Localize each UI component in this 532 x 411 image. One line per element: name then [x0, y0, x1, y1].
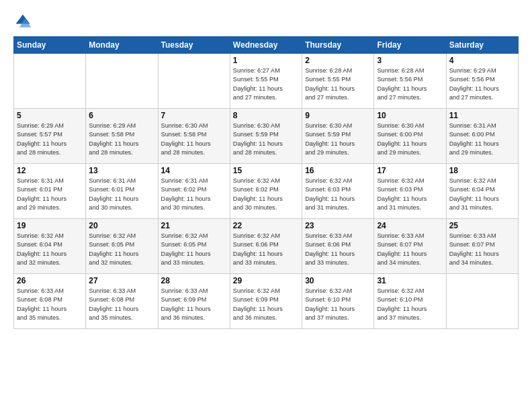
day-info: Sunrise: 6:32 AM Sunset: 6:04 PM Dayligh…	[449, 177, 515, 212]
day-number: 14	[161, 166, 227, 175]
calendar-cell: 26Sunrise: 6:33 AM Sunset: 6:08 PM Dayli…	[14, 274, 86, 329]
day-info: Sunrise: 6:30 AM Sunset: 5:58 PM Dayligh…	[161, 122, 227, 157]
day-info: Sunrise: 6:33 AM Sunset: 6:08 PM Dayligh…	[89, 287, 154, 322]
calendar-cell: 29Sunrise: 6:32 AM Sunset: 6:09 PM Dayli…	[230, 274, 302, 329]
day-number: 19	[17, 221, 83, 230]
day-number: 26	[17, 276, 83, 285]
day-info: Sunrise: 6:33 AM Sunset: 6:07 PM Dayligh…	[377, 232, 443, 267]
day-number: 4	[449, 56, 515, 65]
day-info: Sunrise: 6:29 AM Sunset: 5:58 PM Dayligh…	[89, 122, 154, 157]
calendar-cell: 2Sunrise: 6:28 AM Sunset: 5:55 PM Daylig…	[302, 54, 374, 109]
day-info: Sunrise: 6:31 AM Sunset: 6:02 PM Dayligh…	[161, 177, 227, 212]
day-number: 6	[89, 111, 154, 120]
calendar-cell: 17Sunrise: 6:32 AM Sunset: 6:03 PM Dayli…	[374, 164, 446, 219]
day-number: 29	[233, 276, 299, 285]
calendar-cell	[14, 54, 86, 109]
weekday-header: Sunday	[14, 37, 86, 54]
calendar-cell: 7Sunrise: 6:30 AM Sunset: 5:58 PM Daylig…	[158, 109, 230, 164]
day-info: Sunrise: 6:29 AM Sunset: 5:57 PM Dayligh…	[17, 122, 83, 157]
day-number: 22	[233, 221, 299, 230]
calendar-cell: 9Sunrise: 6:30 AM Sunset: 5:59 PM Daylig…	[302, 109, 374, 164]
calendar-week-row: 26Sunrise: 6:33 AM Sunset: 6:08 PM Dayli…	[14, 274, 519, 329]
day-info: Sunrise: 6:29 AM Sunset: 5:56 PM Dayligh…	[449, 66, 515, 102]
day-number: 17	[377, 166, 443, 175]
day-number: 18	[449, 166, 515, 175]
calendar-cell	[86, 54, 158, 109]
day-info: Sunrise: 6:32 AM Sunset: 6:10 PM Dayligh…	[305, 287, 371, 322]
calendar-cell: 30Sunrise: 6:32 AM Sunset: 6:10 PM Dayli…	[302, 274, 374, 329]
calendar-cell: 6Sunrise: 6:29 AM Sunset: 5:58 PM Daylig…	[86, 109, 158, 164]
day-number: 13	[89, 166, 154, 175]
day-number: 31	[377, 276, 443, 285]
weekday-header: Thursday	[302, 37, 374, 54]
day-number: 23	[305, 221, 371, 230]
logo	[13, 12, 35, 31]
calendar-week-row: 12Sunrise: 6:31 AM Sunset: 6:01 PM Dayli…	[14, 164, 519, 219]
day-info: Sunrise: 6:33 AM Sunset: 6:08 PM Dayligh…	[17, 287, 83, 322]
calendar-cell: 23Sunrise: 6:33 AM Sunset: 6:06 PM Dayli…	[302, 219, 374, 274]
day-number: 25	[449, 221, 515, 230]
day-info: Sunrise: 6:32 AM Sunset: 6:04 PM Dayligh…	[17, 232, 83, 267]
calendar-week-row: 19Sunrise: 6:32 AM Sunset: 6:04 PM Dayli…	[14, 219, 519, 274]
day-info: Sunrise: 6:32 AM Sunset: 6:05 PM Dayligh…	[89, 232, 154, 267]
day-info: Sunrise: 6:33 AM Sunset: 6:06 PM Dayligh…	[305, 232, 371, 267]
day-info: Sunrise: 6:30 AM Sunset: 6:00 PM Dayligh…	[377, 122, 443, 157]
weekday-header: Tuesday	[158, 37, 230, 54]
calendar-cell: 20Sunrise: 6:32 AM Sunset: 6:05 PM Dayli…	[86, 219, 158, 274]
calendar-table: SundayMondayTuesdayWednesdayThursdayFrid…	[13, 36, 519, 329]
calendar-cell: 25Sunrise: 6:33 AM Sunset: 6:07 PM Dayli…	[446, 219, 518, 274]
day-number: 11	[449, 111, 515, 120]
calendar-cell: 24Sunrise: 6:33 AM Sunset: 6:07 PM Dayli…	[374, 219, 446, 274]
day-info: Sunrise: 6:33 AM Sunset: 6:07 PM Dayligh…	[449, 232, 515, 267]
day-number: 1	[233, 56, 299, 65]
day-info: Sunrise: 6:30 AM Sunset: 5:59 PM Dayligh…	[305, 122, 371, 157]
day-number: 5	[17, 111, 83, 120]
calendar-cell: 14Sunrise: 6:31 AM Sunset: 6:02 PM Dayli…	[158, 164, 230, 219]
calendar-header-row: SundayMondayTuesdayWednesdayThursdayFrid…	[14, 37, 519, 54]
calendar-cell: 27Sunrise: 6:33 AM Sunset: 6:08 PM Dayli…	[86, 274, 158, 329]
day-info: Sunrise: 6:32 AM Sunset: 6:06 PM Dayligh…	[233, 232, 299, 267]
day-info: Sunrise: 6:28 AM Sunset: 5:55 PM Dayligh…	[305, 66, 371, 102]
day-number: 2	[305, 56, 371, 65]
day-number: 12	[17, 166, 83, 175]
day-info: Sunrise: 6:32 AM Sunset: 6:03 PM Dayligh…	[377, 177, 443, 212]
calendar-cell: 18Sunrise: 6:32 AM Sunset: 6:04 PM Dayli…	[446, 164, 518, 219]
day-info: Sunrise: 6:31 AM Sunset: 6:01 PM Dayligh…	[17, 177, 83, 212]
day-number: 20	[89, 221, 154, 230]
day-number: 24	[377, 221, 443, 230]
day-info: Sunrise: 6:32 AM Sunset: 6:05 PM Dayligh…	[161, 232, 227, 267]
day-number: 21	[161, 221, 227, 230]
day-number: 27	[89, 276, 154, 285]
calendar-cell: 16Sunrise: 6:32 AM Sunset: 6:03 PM Dayli…	[302, 164, 374, 219]
day-number: 9	[305, 111, 371, 120]
day-info: Sunrise: 6:31 AM Sunset: 6:00 PM Dayligh…	[449, 122, 515, 157]
day-info: Sunrise: 6:32 AM Sunset: 6:02 PM Dayligh…	[233, 177, 299, 212]
weekday-header: Monday	[86, 37, 158, 54]
day-info: Sunrise: 6:27 AM Sunset: 5:55 PM Dayligh…	[233, 66, 299, 102]
day-info: Sunrise: 6:30 AM Sunset: 5:59 PM Dayligh…	[233, 122, 299, 157]
day-info: Sunrise: 6:31 AM Sunset: 6:01 PM Dayligh…	[89, 177, 154, 212]
weekday-header: Wednesday	[230, 37, 302, 54]
calendar-cell: 8Sunrise: 6:30 AM Sunset: 5:59 PM Daylig…	[230, 109, 302, 164]
day-number: 3	[377, 56, 443, 65]
calendar-week-row: 5Sunrise: 6:29 AM Sunset: 5:57 PM Daylig…	[14, 109, 519, 164]
day-info: Sunrise: 6:28 AM Sunset: 5:56 PM Dayligh…	[377, 66, 443, 102]
calendar-cell	[446, 274, 518, 329]
calendar-cell: 22Sunrise: 6:32 AM Sunset: 6:06 PM Dayli…	[230, 219, 302, 274]
calendar-cell: 3Sunrise: 6:28 AM Sunset: 5:56 PM Daylig…	[374, 54, 446, 109]
day-number: 30	[305, 276, 371, 285]
calendar-cell: 10Sunrise: 6:30 AM Sunset: 6:00 PM Dayli…	[374, 109, 446, 164]
calendar-cell: 13Sunrise: 6:31 AM Sunset: 6:01 PM Dayli…	[86, 164, 158, 219]
calendar-cell: 21Sunrise: 6:32 AM Sunset: 6:05 PM Dayli…	[158, 219, 230, 274]
day-info: Sunrise: 6:32 AM Sunset: 6:10 PM Dayligh…	[377, 287, 443, 322]
calendar-cell: 1Sunrise: 6:27 AM Sunset: 5:55 PM Daylig…	[230, 54, 302, 109]
calendar-cell: 11Sunrise: 6:31 AM Sunset: 6:00 PM Dayli…	[446, 109, 518, 164]
day-number: 16	[305, 166, 371, 175]
weekday-header: Saturday	[446, 37, 518, 54]
day-number: 10	[377, 111, 443, 120]
logo-icon	[13, 12, 32, 31]
day-info: Sunrise: 6:33 AM Sunset: 6:09 PM Dayligh…	[161, 287, 227, 322]
day-info: Sunrise: 6:32 AM Sunset: 6:03 PM Dayligh…	[305, 177, 371, 212]
day-number: 7	[161, 111, 227, 120]
calendar-cell	[158, 54, 230, 109]
